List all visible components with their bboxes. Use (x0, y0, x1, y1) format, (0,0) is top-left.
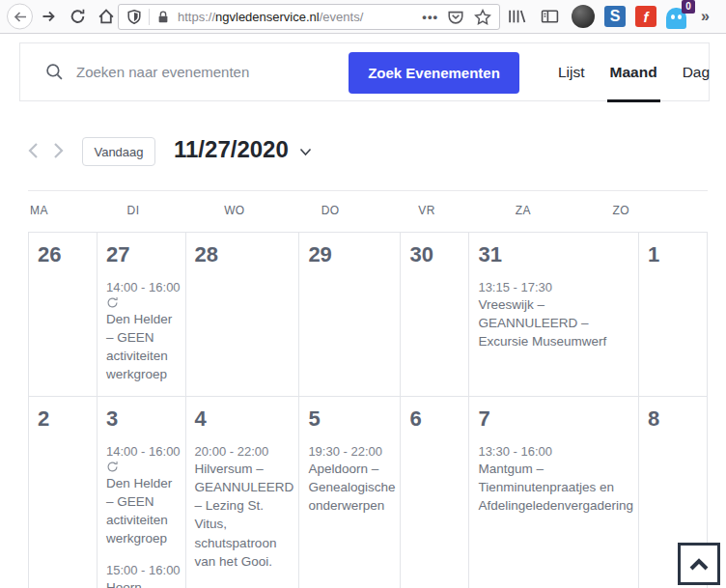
weekday-label: ZA (514, 204, 611, 232)
calendar-day-cell[interactable]: 7 13:30 - 16:00 Mantgum – Tienminutenpra… (469, 397, 639, 588)
previous-month-button[interactable] (28, 142, 39, 163)
event-title[interactable]: Hoorn – (106, 578, 181, 588)
home-icon (98, 9, 115, 25)
url-text: https://ngvledenservice.nl/events/ (178, 10, 363, 24)
library-glyph (508, 8, 526, 25)
calendar-day-cell[interactable]: 29 (299, 233, 401, 397)
view-tabs: Lijst Maand Dag (545, 43, 722, 100)
home-button[interactable] (98, 9, 115, 25)
sidebar-toggle-icon[interactable] (541, 9, 559, 25)
weekday-label: DO (320, 204, 417, 232)
day-number[interactable]: 30 (409, 242, 433, 267)
chevron-right-icon (53, 142, 64, 159)
bookmark-star-icon[interactable] (474, 9, 491, 26)
today-button[interactable]: Vandaag (82, 137, 155, 166)
event-title[interactable]: Vreeswijk – GEANNULEERD – Excursie Museu… (478, 295, 633, 350)
url-path: /events/ (320, 10, 364, 24)
weekday-label: VR (416, 204, 514, 232)
overflow-menu-icon[interactable]: » (701, 8, 710, 25)
chevron-left-icon (28, 142, 39, 159)
event-title[interactable]: Apeldoorn – Genealogische onderwerpen (308, 460, 395, 515)
reload-button[interactable] (70, 9, 86, 25)
event-title[interactable]: Hilversum – GEANNULEERD – Lezing St. Vit… (195, 460, 294, 571)
day-number[interactable]: 26 (38, 242, 61, 267)
event-title[interactable]: Den Helder – GEEN activiteiten werkgroep (106, 310, 181, 384)
forward-arrow-icon (41, 9, 57, 24)
calendar-event[interactable]: 19:30 - 22:00 Apeldoorn – Genealogische … (308, 444, 395, 515)
calendar-event[interactable]: 20:00 - 22:00 Hilversum – GEANNULEERD – … (195, 444, 294, 571)
calendar-day-cell[interactable]: 27 14:00 - 16:00 Den Helder – GEEN activ… (98, 233, 186, 397)
recurring-icon (106, 295, 181, 309)
forward-button[interactable] (41, 9, 57, 24)
day-number[interactable]: 29 (308, 242, 331, 267)
calendar-day-cell[interactable]: 3 14:00 - 16:00 Den Helder – GEEN activi… (98, 397, 186, 588)
lock-icon (156, 10, 170, 24)
weekday-label: WO (222, 204, 320, 232)
day-number[interactable]: 4 (195, 406, 207, 432)
ghostery-icon[interactable]: 0 (666, 4, 691, 29)
url-scheme: https:// (178, 10, 215, 24)
day-number[interactable]: 5 (308, 406, 320, 432)
scroll-to-top-button[interactable] (678, 543, 720, 585)
chevron-down-icon (299, 148, 312, 156)
extension-avatar-icon[interactable] (572, 5, 595, 28)
calendar-day-cell[interactable]: 6 (401, 397, 469, 588)
calendar-day-cell[interactable]: 30 (401, 233, 469, 397)
page-actions-icon[interactable]: ••• (422, 10, 438, 24)
search-input[interactable]: Zoeken naar evenementen (45, 43, 249, 100)
flash-extension-icon[interactable]: f (635, 6, 656, 27)
day-number[interactable]: 28 (195, 242, 218, 267)
address-bar[interactable]: https://ngvledenservice.nl/events/ ••• (118, 4, 500, 30)
calendar-event[interactable]: 13:15 - 17:30 Vreeswijk – GEANNULEERD – … (478, 280, 633, 350)
recurring-icon (106, 460, 181, 473)
calendar-day-cell[interactable]: 28 (186, 233, 300, 397)
event-list: 13:15 - 17:30 Vreeswijk – GEANNULEERD – … (478, 280, 633, 350)
event-title[interactable]: Den Helder – GEEN activiteiten werkgroep (106, 474, 181, 548)
event-list: 13:30 - 16:00 Mantgum – Tienminutenpraat… (478, 444, 633, 515)
event-time: 15:00 - 16:00 (106, 563, 181, 577)
day-number[interactable]: 8 (648, 406, 659, 432)
calendar-day-cell[interactable]: 1 (639, 233, 708, 397)
search-events-button[interactable]: Zoek Evenementen (349, 52, 519, 94)
day-number[interactable]: 2 (38, 406, 49, 432)
ghostery-badge: 0 (682, 0, 695, 14)
sidebar-glyph (541, 9, 559, 25)
weekday-label: DI (126, 204, 223, 232)
pocket-icon[interactable] (447, 9, 464, 26)
calendar-day-cell[interactable]: 4 20:00 - 22:00 Hilversum – GEANNULEERD … (186, 397, 300, 588)
tab-list[interactable]: Lijst (545, 43, 598, 100)
calendar-day-cell[interactable]: 2 (29, 397, 98, 588)
calendar-event[interactable]: 14:00 - 16:00 Den Helder – GEEN activite… (106, 444, 181, 548)
event-time: 14:00 - 16:00 (106, 444, 181, 459)
url-separator (149, 9, 150, 25)
weekday-header-row: MA DI WO DO VR ZA ZO (28, 190, 708, 232)
tab-day[interactable]: Dag (670, 43, 722, 100)
day-number[interactable]: 1 (648, 242, 659, 267)
current-date-label: 11/27/2020 (174, 136, 289, 163)
calendar-event[interactable]: 13:30 - 16:00 Mantgum – Tienminutenpraat… (478, 444, 633, 515)
day-number[interactable]: 3 (106, 406, 118, 432)
calendar-day-cell[interactable]: 26 (29, 233, 98, 397)
calendar-day-cell[interactable]: 31 13:15 - 17:30 Vreeswijk – GEANNULEERD… (469, 233, 639, 397)
day-number[interactable]: 6 (409, 406, 421, 432)
event-list: 14:00 - 16:00 Den Helder – GEEN activite… (106, 444, 181, 588)
date-picker[interactable]: 11/27/2020 (174, 136, 312, 163)
day-number[interactable]: 31 (478, 242, 501, 267)
next-month-button[interactable] (53, 142, 64, 163)
day-number[interactable]: 27 (106, 242, 129, 267)
calendar-grid: 26 27 14:00 - 16:00 Den Helder – GEEN ac… (28, 232, 708, 588)
tab-month[interactable]: Maand (598, 43, 670, 100)
calendar-event[interactable]: 15:00 - 16:00 Hoorn – (106, 563, 181, 588)
calendar-event[interactable]: 14:00 - 16:00 Den Helder – GEEN activite… (106, 280, 181, 384)
event-list: 14:00 - 16:00 Den Helder – GEEN activite… (106, 280, 181, 384)
back-button[interactable] (7, 4, 33, 30)
day-number[interactable]: 7 (478, 406, 489, 432)
extension-s-icon[interactable]: S (604, 6, 626, 27)
event-title[interactable]: Mantgum – Tienminutenpraatjes en Afdelin… (478, 460, 633, 515)
back-arrow-icon (13, 9, 28, 24)
event-time: 14:00 - 16:00 (106, 280, 181, 294)
event-time: 13:30 - 16:00 (478, 444, 633, 459)
tracking-protection-shield-icon[interactable] (126, 9, 142, 25)
calendar-day-cell[interactable]: 5 19:30 - 22:00 Apeldoorn – Genealogisch… (299, 397, 401, 588)
library-icon[interactable] (508, 8, 526, 25)
